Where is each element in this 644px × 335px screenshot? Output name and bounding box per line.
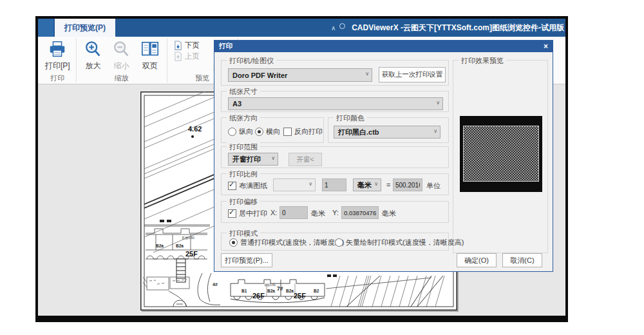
normal-mode-radio[interactable]: 普通打印模式(速度快，清晰度差) — [229, 238, 344, 247]
reverse-print-checkbox[interactable]: 反向打印 — [283, 127, 323, 137]
ribbon-group-zoom-label: 缩放 — [79, 73, 164, 84]
b2a-left-2: B2a — [176, 244, 184, 248]
print-button-label: 打印[P] — [45, 61, 70, 72]
paper-size-group: 纸张尺寸 A3 — [221, 91, 449, 112]
tab-bar: 打印预览(P) CADViewerX -云图天下[YTTXSoft.com]图纸… — [38, 19, 565, 37]
tab-print-preview-label: 打印预览(P) — [64, 23, 106, 34]
print-color-value: 打印黑白.ctb — [338, 128, 379, 137]
zoom-out-label: 缩小 — [114, 61, 129, 72]
print-range-select[interactable]: 开窗打印 — [228, 153, 278, 166]
next-page-label: 下页 — [185, 41, 200, 50]
offset-x-input[interactable] — [279, 206, 308, 219]
print-scale-group-label: 打印比例 — [227, 169, 260, 179]
b2a-mid-2: B2a — [286, 289, 294, 293]
checkbox-icon — [283, 128, 292, 136]
b2a-mid-1: B2a — [267, 289, 275, 293]
landscape-radio[interactable]: 横向 — [255, 127, 280, 137]
center-print-checkbox[interactable]: 居中打印 — [228, 209, 267, 218]
checkbox-icon — [228, 209, 236, 218]
tab-print-preview[interactable]: 打印预览(P) — [55, 19, 115, 37]
print-range-group-label: 打印范围 — [227, 142, 260, 152]
file-menu-button[interactable] — [38, 19, 53, 37]
app-title: CADViewerX -云图天下[YTTXSoft.com]图纸浏览控件-试用版 — [352, 23, 564, 34]
b1-label: B1 — [242, 289, 247, 293]
two-page-button[interactable]: 双页 — [136, 38, 164, 73]
print-dialog: 打印 × 打印机/绘图仪 Doro PDF Writer 获取上一次打印设置 打… — [214, 40, 553, 272]
offset-y-unit: 毫米 — [382, 209, 396, 218]
get-last-settings-button[interactable]: 获取上一次打印设置 — [379, 67, 446, 82]
scale-equals: = — [386, 181, 390, 189]
vector-mode-label: 矢量绘制打印模式(速度慢，清晰度高) — [346, 238, 464, 247]
print-mode-group-label: 打印模式 — [227, 229, 260, 238]
next-page-button[interactable]: 下页 — [171, 40, 202, 51]
mid-floor-label: 首层3.60 — [264, 283, 276, 287]
prev-page-label: 上页 — [185, 52, 200, 61]
radio-icon — [229, 238, 238, 247]
print-offset-group-label: 打印偏移 — [227, 197, 260, 207]
b2a-left-1: B2a — [156, 244, 164, 248]
print-range-value: 开窗打印 — [232, 155, 261, 164]
print-dialog-titlebar[interactable]: 打印 × — [214, 41, 553, 52]
radio-icon — [255, 128, 263, 136]
center-print-label: 居中打印 — [239, 209, 267, 218]
print-range-group: 打印范围 开窗打印 开窗< — [221, 146, 449, 168]
ok-button[interactable]: 确定(O) — [457, 253, 497, 267]
scale-value-input[interactable] — [322, 178, 346, 191]
dialog-close-icon[interactable]: × — [544, 43, 548, 50]
ribbon-group-zoom: 放大 缩小 — [77, 37, 167, 84]
fit-paper-checkbox[interactable]: 布满图纸 — [228, 181, 267, 191]
orientation-group: 纸张方向 纵向 横向 反向打印 — [221, 117, 324, 143]
left-floor-label: 首层3.60 — [182, 236, 194, 240]
printer-select[interactable]: Doro PDF Writer — [228, 68, 372, 82]
print-effect-preview-group: 打印效果预览 — [453, 60, 548, 253]
print-scale-group: 打印比例 布满图纸 毫米 = 单位 — [221, 173, 449, 195]
bldg4-label: 4# — [213, 282, 218, 287]
preview-dither-pattern — [463, 126, 539, 182]
offset-y-input[interactable] — [341, 206, 379, 219]
zoom-in-icon — [84, 40, 103, 59]
offset-x-label: X: — [270, 209, 277, 216]
reverse-print-label: 反向打印 — [294, 127, 323, 137]
scale-unit-value: 毫米 — [357, 180, 372, 190]
f25-left: 25F — [185, 250, 198, 258]
printer-group: 打印机/绘图仪 Doro PDF Writer 获取上一次打印设置 — [221, 60, 449, 86]
printer-select-value: Doro PDF Writer — [232, 72, 287, 79]
print-color-group: 打印颜色 打印黑白.ctb — [328, 117, 449, 143]
chevron-up-icon[interactable] — [331, 24, 336, 32]
checkbox-icon — [228, 182, 236, 190]
normal-mode-label: 普通打印模式(速度快，清晰度差) — [240, 238, 344, 247]
status-dot-icon — [339, 23, 345, 29]
print-mode-group: 打印模式 普通打印模式(速度快，清晰度差) 矢量绘制打印模式(速度慢，清晰度高) — [221, 233, 449, 251]
zoom-out-button[interactable]: 缩小 — [108, 38, 136, 73]
print-color-select[interactable]: 打印黑白.ctb — [334, 126, 440, 139]
print-color-group-label: 打印颜色 — [334, 113, 367, 123]
page-down-icon — [173, 41, 183, 50]
prev-page-button[interactable]: 上页 — [171, 51, 202, 62]
radio-icon — [335, 238, 343, 247]
print-dialog-title: 打印 — [219, 42, 544, 51]
scale-result-input[interactable] — [393, 178, 422, 191]
page-nav-stack: 下页 上页 — [170, 38, 203, 64]
portrait-radio[interactable]: 纵向 — [228, 127, 253, 137]
zoom-out-icon — [112, 40, 131, 59]
zoom-in-label: 放大 — [86, 61, 101, 72]
ribbon-group-print-label: 打印 — [42, 73, 73, 84]
print-button[interactable]: 打印[P] — [42, 38, 73, 73]
window-select-button[interactable]: 开窗< — [289, 153, 322, 166]
fit-paper-label: 布满图纸 — [239, 181, 267, 191]
paper-size-select[interactable]: A3 — [228, 97, 443, 110]
screenshot-root: 打印预览(P) CADViewerX -云图天下[YTTXSoft.com]图纸… — [0, 0, 644, 335]
vector-mode-radio[interactable]: 矢量绘制打印模式(速度慢，清晰度高) — [335, 238, 464, 247]
print-preview-button[interactable]: 打印预览(P)... — [221, 253, 272, 267]
zoom-in-button[interactable]: 放大 — [79, 38, 108, 73]
two-page-label: 双页 — [142, 61, 158, 72]
scale-preset-select[interactable] — [273, 178, 316, 191]
print-dialog-body: 打印机/绘图仪 Doro PDF Writer 获取上一次打印设置 打印效果预览… — [214, 52, 553, 272]
scale-unit-select[interactable]: 毫米 — [353, 178, 381, 191]
landscape-label: 横向 — [266, 127, 280, 137]
f25-label: 25F — [294, 292, 306, 300]
orientation-group-label: 纸张方向 — [227, 113, 260, 123]
bldg7-label: 7# — [277, 285, 283, 292]
print-effect-preview-label: 打印效果预览 — [459, 56, 506, 66]
cancel-button[interactable]: 取消(C) — [502, 253, 542, 267]
